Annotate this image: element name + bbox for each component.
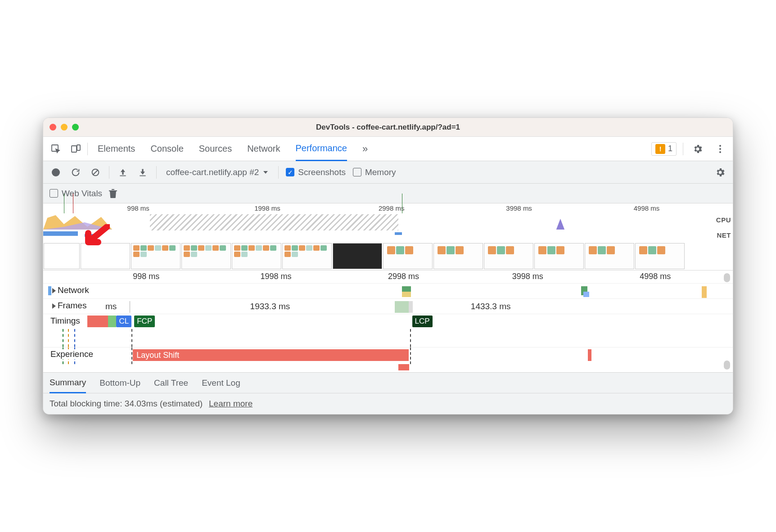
web-vitals-toggle[interactable]: Web Vitals [50, 189, 102, 198]
marker [64, 194, 64, 213]
inspect-element-icon[interactable] [48, 141, 64, 157]
chevron-down-icon [262, 169, 269, 176]
track-frames[interactable]: Frames ms 1933.3 ms 1433.3 ms [43, 298, 733, 314]
flamechart-pane[interactable]: 998 ms 1998 ms 2998 ms 3998 ms 4998 ms N… [43, 271, 733, 373]
filmstrip-frame[interactable] [181, 243, 231, 269]
filmstrip-frame[interactable] [534, 243, 584, 269]
screenshots-toggle[interactable]: Screenshots [286, 167, 346, 177]
marker-line [410, 347, 411, 364]
frame-duration: 1433.3 ms [471, 302, 511, 311]
tab-summary[interactable]: Summary [50, 373, 86, 393]
cpu-label: CPU [716, 216, 731, 224]
save-profile-button[interactable] [136, 166, 149, 179]
settings-gear-icon[interactable] [690, 141, 706, 157]
capture-settings-gear-icon[interactable] [714, 166, 726, 179]
checkbox-icon [353, 168, 361, 176]
load-profile-button[interactable] [117, 166, 129, 179]
track-timings[interactable]: Timings CL FCP LCP [43, 314, 733, 329]
net-activity [43, 231, 78, 236]
filmstrip-frame[interactable] [484, 243, 533, 269]
layout-shift-bar[interactable] [588, 349, 591, 361]
layout-shift-bar[interactable]: Layout Shift [133, 349, 409, 361]
track-experience[interactable]: Experience Layout Shift [43, 347, 733, 364]
filmstrip-frame[interactable] [433, 243, 483, 269]
svg-point-4 [719, 148, 721, 150]
frame-bar[interactable] [395, 301, 409, 313]
tab-console[interactable]: Console [150, 137, 183, 161]
divider [278, 166, 279, 179]
network-block[interactable] [583, 292, 590, 297]
memory-toggle[interactable]: Memory [353, 167, 396, 177]
long-task-hatch [150, 214, 398, 230]
scrollbar[interactable] [724, 361, 730, 370]
clear-button[interactable] [89, 166, 102, 179]
profile-selector[interactable]: coffee-cart.netlify.app #2 [164, 166, 271, 179]
tabs-overflow[interactable]: » [362, 137, 368, 161]
layout-shift-bar[interactable] [398, 364, 410, 370]
main-tabbar: Elements Console Sources Network Perform… [43, 137, 733, 161]
filmstrip-frame[interactable] [232, 243, 281, 269]
kebab-menu-icon[interactable] [712, 141, 728, 157]
filmstrip-frame[interactable] [282, 243, 332, 269]
reload-record-button[interactable] [69, 166, 82, 179]
fcp-pill[interactable]: FCP [134, 316, 155, 327]
filmstrip[interactable] [43, 242, 733, 270]
overview-body[interactable]: CPU NET [43, 213, 733, 242]
perf-toolbar: coffee-cart.netlify.app #2 Screenshots M… [43, 161, 733, 184]
tab-network[interactable]: Network [247, 137, 280, 161]
svg-rect-7 [120, 175, 126, 176]
ruler-tick: 4998 ms [634, 204, 660, 212]
ruler-tick: 3998 ms [506, 204, 532, 212]
memory-label: Memory [365, 167, 396, 177]
track-label: Frames [58, 301, 86, 310]
tab-elements[interactable]: Elements [98, 137, 135, 161]
lcp-pill[interactable]: LCP [412, 316, 433, 327]
divider [109, 166, 109, 179]
track-label: Timings [50, 316, 81, 326]
perf-toolbar-2: Web Vitals [43, 184, 733, 203]
overview-pane[interactable]: 998 ms 1998 ms 2998 ms 3998 ms 4998 ms C… [43, 203, 733, 271]
overview-ruler: 998 ms 1998 ms 2998 ms 3998 ms 4998 ms [43, 203, 733, 213]
tab-call-tree[interactable]: Call Tree [154, 373, 188, 393]
issues-button[interactable]: ! 1 [651, 142, 677, 156]
learn-more-link[interactable]: Learn more [209, 399, 253, 409]
cls-pill[interactable]: CL [116, 316, 131, 327]
frame-bar[interactable] [409, 301, 413, 313]
frame-tick [130, 301, 130, 313]
network-block[interactable] [702, 286, 707, 298]
marker-line [131, 329, 132, 347]
timing-bar[interactable] [87, 316, 108, 327]
checkbox-icon [50, 189, 58, 198]
tab-performance[interactable]: Performance [296, 137, 347, 161]
flame-ruler: 998 ms 1998 ms 2998 ms 3998 ms 4998 ms [43, 271, 733, 283]
filmstrip-frame[interactable] [333, 243, 382, 269]
marker-line [74, 329, 75, 347]
track-label: Experience [50, 349, 94, 359]
tab-bottom-up[interactable]: Bottom-Up [99, 373, 140, 393]
frame-value: ms [105, 302, 117, 311]
disclosure-triangle-icon[interactable] [52, 288, 56, 293]
web-vitals-label: Web Vitals [62, 189, 102, 198]
network-block[interactable] [402, 292, 411, 297]
record-button[interactable] [50, 166, 62, 179]
disclosure-triangle-icon[interactable] [52, 303, 56, 309]
filmstrip-frame[interactable] [383, 243, 433, 269]
track-network[interactable]: Network [43, 283, 733, 298]
tab-sources[interactable]: Sources [199, 137, 232, 161]
annotation-arrow-icon [82, 224, 110, 249]
svg-marker-11 [556, 219, 564, 230]
tab-event-log[interactable]: Event Log [202, 373, 240, 393]
ruler-tick: 3998 ms [512, 272, 543, 281]
svg-rect-2 [77, 145, 80, 150]
filmstrip-frame[interactable] [131, 243, 180, 269]
filmstrip-frame[interactable] [44, 243, 80, 269]
filmstrip-frame[interactable] [635, 243, 685, 269]
svg-rect-1 [72, 146, 77, 152]
device-toolbar-icon[interactable] [68, 141, 84, 157]
timing-bar[interactable] [108, 316, 116, 327]
net-label: NET [717, 231, 731, 239]
trash-icon[interactable] [108, 189, 117, 198]
devtools-window: DevTools - coffee-cart.netlify.app/?ad=1… [43, 117, 733, 415]
filmstrip-frame[interactable] [585, 243, 634, 269]
svg-rect-8 [140, 175, 145, 176]
